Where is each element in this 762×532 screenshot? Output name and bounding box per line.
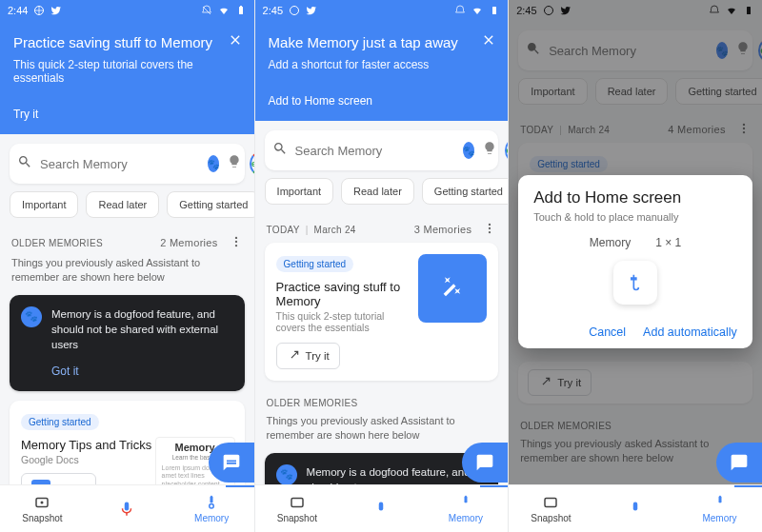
chat-fab[interactable]	[462, 443, 508, 483]
twitter-icon	[306, 5, 317, 16]
paw-icon[interactable]: 🐾	[208, 155, 219, 172]
today-header: TODAY | March 24 3 Memories	[255, 214, 509, 243]
chip-read-later[interactable]: Read later	[86, 191, 159, 218]
nav-snapshot[interactable]: Snapshot	[0, 485, 85, 532]
close-icon[interactable]	[226, 30, 245, 49]
cancel-button[interactable]: Cancel	[589, 325, 626, 339]
filter-chips: Important Read later Getting started All	[0, 191, 254, 227]
banner-subtitle: This quick 2-step tutorial covers the es…	[13, 58, 241, 85]
browser-icon	[289, 5, 300, 16]
card-tag: Getting started	[21, 414, 99, 430]
nav-snapshot[interactable]: Snapshot	[509, 485, 593, 532]
banner-title: Make Memory just a tap away	[269, 34, 495, 50]
nav-mic[interactable]	[85, 485, 170, 532]
dialog-title: Add to Home screen	[533, 188, 737, 207]
try-it-button[interactable]: Try it	[276, 343, 340, 369]
chip-important[interactable]: Important	[10, 191, 78, 218]
chip-getting-started[interactable]: Getting started	[422, 178, 508, 205]
nav-memory[interactable]: Memory	[424, 485, 509, 532]
widget-size: 1 × 1	[655, 236, 681, 249]
search-input[interactable]	[40, 157, 200, 171]
banner-action[interactable]: Try it	[13, 108, 241, 121]
chip-read-later[interactable]: Read later	[341, 178, 414, 205]
svg-point-9	[291, 7, 299, 15]
nav-memory[interactable]: Memory	[677, 485, 762, 532]
older-count: 2 Memories	[160, 237, 217, 248]
wifi-icon	[471, 5, 483, 16]
svg-rect-14	[291, 499, 303, 507]
dialog-subtitle: Touch & hold to place manually	[533, 211, 737, 223]
svg-point-7	[41, 502, 44, 504]
search-icon	[272, 141, 288, 160]
add-home-dialog: Add to Home screen Touch & hold to place…	[518, 175, 752, 348]
nav-mic[interactable]	[339, 485, 424, 532]
more-icon[interactable]	[483, 222, 496, 237]
chat-fab[interactable]	[209, 443, 254, 483]
today-count: 3 Memories	[414, 224, 471, 235]
bottom-nav: Snapshot Memory	[255, 484, 509, 532]
card-tag: Getting started	[276, 256, 354, 272]
older-label: OLDER MEMORIES	[267, 398, 358, 408]
widget-name: Memory	[590, 236, 631, 249]
screenshot-3: 2:45 🐾 evo Important Read later Getting …	[508, 0, 762, 532]
bottom-nav: Snapshot Memory	[0, 484, 254, 532]
add-auto-button[interactable]: Add automatically	[643, 325, 737, 339]
svg-rect-1	[239, 7, 243, 14]
shortcut-banner: Make Memory just a tap away Add a shortc…	[255, 21, 509, 121]
banner-title: Practice saving stuff to Memory	[13, 34, 241, 50]
status-bar: 2:45	[255, 0, 509, 21]
screenshot-1: 2:44 Practice saving stuff to Memory Thi…	[0, 0, 254, 532]
wifi-icon	[218, 5, 230, 16]
nav-snapshot[interactable]: Snapshot	[255, 485, 340, 532]
search-input[interactable]	[295, 144, 455, 158]
svg-point-13	[489, 231, 491, 233]
search-icon	[17, 154, 32, 173]
chip-getting-started[interactable]: Getting started	[167, 191, 253, 218]
older-label: OLDER MEMORIES	[11, 238, 103, 248]
wand-icon	[418, 254, 487, 323]
bulb-icon[interactable]	[482, 141, 497, 160]
widget-preview[interactable]	[613, 261, 657, 305]
svg-point-3	[234, 237, 236, 239]
paw-icon[interactable]: 🐾	[463, 142, 474, 159]
status-time: 2:45	[263, 5, 283, 16]
status-bar: 2:44	[0, 0, 254, 21]
svg-point-11	[489, 224, 491, 226]
nav-mic[interactable]	[593, 485, 678, 532]
banner-action[interactable]: Add to Home screen	[269, 94, 495, 108]
status-time: 2:44	[8, 5, 28, 16]
tutorial-banner: Practice saving stuff to Memory This qui…	[0, 21, 254, 134]
got-it-button[interactable]: Got it	[51, 364, 233, 380]
chip-important[interactable]: Important	[265, 178, 333, 205]
dnd-icon	[454, 5, 466, 16]
older-header: OLDER MEMORIES 2 Memories	[0, 227, 254, 256]
more-icon[interactable]	[230, 235, 243, 250]
svg-point-5	[234, 245, 236, 246]
banner-subtitle: Add a shortcut for faster access	[269, 58, 495, 71]
close-icon[interactable]	[479, 30, 498, 49]
svg-rect-10	[492, 7, 496, 14]
bulb-icon[interactable]	[227, 154, 242, 173]
battery-icon	[489, 5, 500, 16]
notice-text: Memory is a dogfood feature, and should …	[51, 306, 233, 352]
filter-chips: Important Read later Getting started All	[255, 178, 509, 214]
dogfood-notice: 🐾 Memory is a dogfood feature, and shoul…	[10, 295, 245, 391]
twitter-icon	[50, 5, 62, 16]
paw-icon: 🐾	[21, 306, 42, 327]
chat-fab[interactable]	[716, 443, 762, 483]
battery-icon	[235, 5, 247, 16]
search-bar[interactable]: 🐾 evo	[10, 144, 245, 184]
practice-card[interactable]: Getting started Practice saving stuff to…	[265, 243, 499, 381]
search-bar[interactable]: 🐾 evo	[265, 130, 499, 170]
browser-icon	[33, 5, 45, 16]
today-label: TODAY	[267, 225, 300, 235]
svg-point-8	[210, 504, 214, 509]
card-sub: This quick 2-step tutorial covers the es…	[276, 310, 410, 333]
bottom-nav: Snapshot Memory	[509, 484, 762, 532]
nav-memory[interactable]: Memory	[170, 485, 254, 532]
paw-icon: 🐾	[276, 464, 297, 485]
svg-point-4	[234, 241, 236, 243]
svg-rect-2	[240, 6, 242, 7]
older-desc: Things you previously asked Assistant to…	[0, 256, 254, 295]
screenshot-2: 2:45 Make Memory just a tap away Add a s…	[254, 0, 509, 532]
